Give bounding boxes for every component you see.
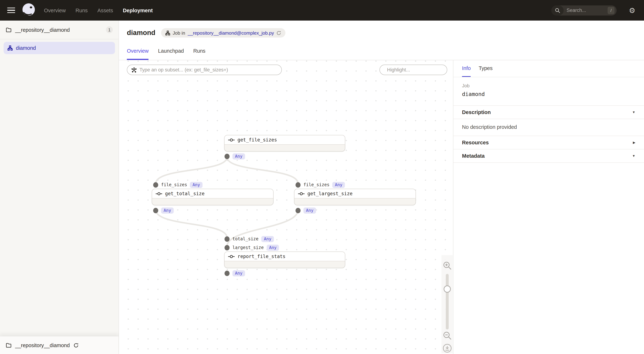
right-info-panel: Info Types Job diamond Description ▼ No … <box>453 60 644 354</box>
job-graph-icon <box>8 46 12 51</box>
zoom-slider-knob[interactable] <box>444 285 451 293</box>
folder-icon <box>6 343 12 348</box>
nav-item-assets[interactable]: Assets <box>98 8 113 13</box>
repository-name: __repository__diamond <box>15 27 70 33</box>
type-tag[interactable]: Any <box>304 207 316 214</box>
nav-links: Overview Runs Assets Deployment <box>44 8 153 13</box>
job-label: Job <box>462 83 635 88</box>
op-name: get_file_sizes <box>238 137 277 142</box>
job-name: diamond <box>462 91 635 97</box>
nav-item-runs[interactable]: Runs <box>76 8 88 13</box>
dagster-logo[interactable] <box>21 3 36 18</box>
tab-overview[interactable]: Overview <box>127 47 149 60</box>
zoom-slider-track[interactable] <box>446 274 448 329</box>
tab-info[interactable]: Info <box>462 60 471 77</box>
zoom-controls <box>442 255 453 353</box>
port-dot <box>296 208 300 213</box>
reload-icon[interactable] <box>276 31 281 35</box>
port-dot <box>153 208 158 213</box>
input-port-file-sizes-right: file_sizes Any <box>296 182 345 188</box>
section-resources[interactable]: Resources ▶ <box>453 136 644 149</box>
type-tag[interactable]: Any <box>232 270 245 276</box>
type-tag[interactable]: Any <box>232 153 245 159</box>
zoom-in-icon[interactable] <box>442 261 452 270</box>
highlight-input[interactable] <box>387 67 451 73</box>
job-pill-repo-link[interactable]: __repository__diamond@complex_job.py <box>188 30 274 36</box>
job-header: diamond Job in __repository__diamond@com… <box>119 21 644 60</box>
port-dot <box>153 182 158 188</box>
job-tabs: Overview Launchpad Runs <box>127 47 644 60</box>
folder-icon <box>6 27 12 32</box>
port-label: file_sizes <box>304 182 330 187</box>
sidebar-item-diamond[interactable]: diamond <box>4 42 115 54</box>
tab-launchpad[interactable]: Launchpad <box>158 47 184 60</box>
op-icon <box>228 255 234 258</box>
op-graph-canvas[interactable]: get_file_sizes Any file_sizes Any <box>119 60 453 354</box>
global-search[interactable]: Search... / <box>552 5 616 15</box>
job-pill-prefix: Job in <box>172 30 185 36</box>
search-placeholder: Search... <box>566 8 608 13</box>
chevron-right-icon: ▶ <box>633 141 635 144</box>
chevron-down-icon: ▼ <box>632 110 635 114</box>
main-area: diamond Job in __repository__diamond@com… <box>119 21 644 354</box>
type-tag[interactable]: Any <box>161 207 174 214</box>
op-icon <box>298 192 304 196</box>
port-label: largest_size <box>232 245 264 250</box>
op-icon <box>228 138 234 142</box>
port-dot <box>224 270 230 276</box>
tab-runs[interactable]: Runs <box>193 47 206 60</box>
panel-tabs: Info Types <box>453 60 644 77</box>
nav-item-overview[interactable]: Overview <box>44 8 66 13</box>
op-subset-input-wrap <box>127 65 282 75</box>
port-label: file_sizes <box>161 182 187 187</box>
type-tag[interactable]: Any <box>332 182 345 188</box>
nav-item-deployment[interactable]: Deployment <box>123 8 153 13</box>
section-title: Description <box>462 109 491 115</box>
left-sidebar: __repository__diamond 1 diamond <box>0 21 119 354</box>
download-image-icon[interactable] <box>442 343 452 353</box>
highlight-input-wrap <box>380 65 447 75</box>
job-graph-icon <box>166 31 170 35</box>
op-name: report_file_stats <box>238 254 286 259</box>
hamburger-menu-icon[interactable] <box>7 8 15 13</box>
op-name: get_largest_size <box>308 191 352 196</box>
edge <box>156 157 227 184</box>
op-node-report-file-stats[interactable]: report_file_stats <box>224 252 345 268</box>
type-tag[interactable]: Any <box>266 245 279 251</box>
repository-row[interactable]: __repository__diamond 1 <box>0 21 118 39</box>
op-node-get-largest-size[interactable]: get_largest_size <box>294 189 416 205</box>
job-summary: Job diamond <box>453 77 644 105</box>
section-description[interactable]: Description ▼ <box>453 105 644 119</box>
chevron-down-icon: ▼ <box>632 154 635 158</box>
footer-repository-name: __repository__diamond <box>15 342 70 348</box>
reload-repository-icon[interactable] <box>73 343 78 348</box>
search-icon <box>552 5 564 15</box>
op-selector-icon <box>132 67 136 72</box>
op-node-get-file-sizes[interactable]: get_file_sizes <box>224 135 345 151</box>
op-icon <box>156 192 162 196</box>
port-dot <box>296 182 300 188</box>
section-title: Metadata <box>462 153 485 159</box>
zoom-out-icon[interactable] <box>442 331 452 340</box>
type-tag[interactable]: Any <box>190 182 203 188</box>
edge <box>156 210 227 238</box>
dagster-app: Overview Runs Assets Deployment Search..… <box>0 0 644 354</box>
type-tag[interactable]: Any <box>262 236 274 242</box>
output-port-get-largest-size: Any <box>296 207 316 214</box>
description-body: No description provided <box>453 119 644 136</box>
input-port-total-size: total_size Any <box>224 236 274 242</box>
page-title: diamond <box>127 29 155 37</box>
sidebar-footer: __repository__diamond <box>0 336 118 354</box>
top-nav: Overview Runs Assets Deployment Search..… <box>0 0 644 21</box>
op-subset-input[interactable] <box>140 67 277 73</box>
job-origin-pill: Job in __repository__diamond@complex_job… <box>161 28 286 38</box>
gear-icon[interactable]: ⚙ <box>629 7 635 14</box>
edge <box>227 157 298 184</box>
input-port-largest-size: largest_size Any <box>224 244 279 251</box>
section-metadata[interactable]: Metadata ▼ <box>453 149 644 162</box>
tab-types[interactable]: Types <box>478 60 492 77</box>
divider <box>453 162 644 163</box>
output-port-get-file-sizes: Any <box>224 153 245 159</box>
op-node-get-total-size[interactable]: get_total_size <box>152 189 274 205</box>
input-port-file-sizes-left: file_sizes Any <box>153 182 202 188</box>
